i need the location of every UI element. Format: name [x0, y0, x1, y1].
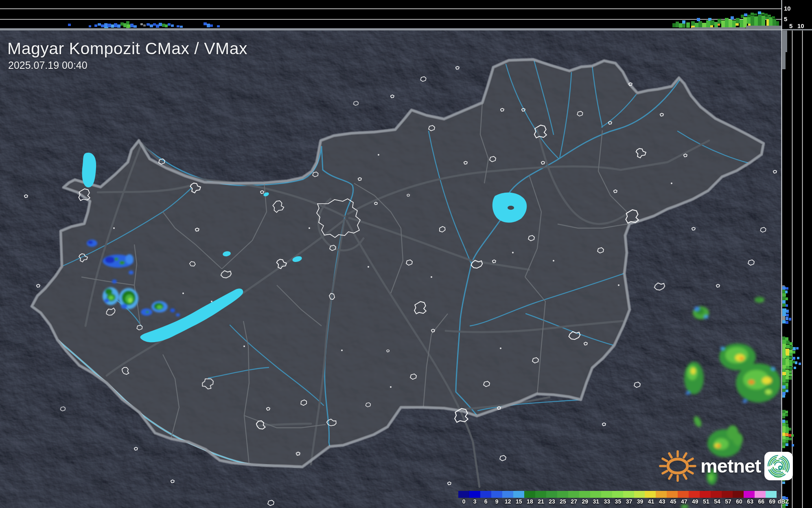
right-axis-tick-10km: 10 — [797, 22, 804, 29]
corner-panel — [781, 0, 812, 30]
legend-tick-21: 21 — [535, 498, 546, 505]
legend-seg-39 — [634, 491, 645, 498]
legend-tick-6: 6 — [480, 498, 491, 505]
legend-seg-15 — [513, 491, 524, 498]
timestamp: 2025.07.19 00:40 — [8, 59, 88, 71]
legend-tick-60: 60 — [734, 498, 745, 505]
legend-tick-25: 25 — [558, 498, 569, 505]
legend-seg-23 — [546, 491, 557, 498]
right-cross-section — [781, 30, 812, 508]
legend-tick-dBZ: dBZ — [778, 498, 789, 505]
legend-seg-6 — [480, 491, 491, 498]
legend-seg-45 — [667, 491, 678, 498]
legend-tick-0: 0 — [458, 498, 469, 505]
legend-tick-3: 3 — [469, 498, 480, 505]
legend-tick-69: 69 — [767, 498, 778, 505]
legend-tick-45: 45 — [668, 498, 678, 505]
legend-seg-0 — [458, 491, 469, 498]
legend-tick-39: 39 — [635, 498, 646, 505]
legend-tick-35: 35 — [613, 498, 624, 505]
legend-tick-15: 15 — [513, 498, 524, 505]
legend-tick-66: 66 — [756, 498, 767, 505]
legend-seg-37 — [623, 491, 634, 498]
legend-seg-60 — [733, 491, 744, 498]
legend-labels: 0369121518212325272931333537394143454749… — [458, 498, 789, 505]
legend-tick-27: 27 — [569, 498, 580, 505]
legend-tick-63: 63 — [745, 498, 756, 505]
legend-seg-35 — [612, 491, 623, 498]
sun-icon — [659, 446, 697, 485]
legend-tick-31: 31 — [591, 498, 602, 505]
dbz-legend: 0369121518212325272931333537394143454749… — [458, 491, 789, 505]
legend-seg-66 — [755, 491, 766, 498]
legend-tick-54: 54 — [711, 498, 722, 505]
legend-seg-54 — [711, 491, 722, 498]
legend-seg-29 — [579, 491, 590, 498]
legend-tick-33: 33 — [602, 498, 613, 505]
legend-seg-21 — [535, 491, 546, 498]
legend-tick-23: 23 — [547, 498, 558, 505]
logo-wordmark: metnet — [700, 455, 761, 477]
legend-swatches — [458, 491, 777, 498]
radar-app: Magyar Kompozit CMax / VMax 2025.07.19 0… — [0, 0, 812, 508]
legend-tick-49: 49 — [689, 498, 700, 505]
legend-seg-9 — [491, 491, 502, 498]
legend-seg-31 — [590, 491, 601, 498]
altitude-tick-10km: 10 — [784, 5, 791, 12]
legend-tick-51: 51 — [700, 498, 711, 505]
legend-tick-47: 47 — [678, 498, 689, 505]
legend-seg-18 — [524, 491, 535, 498]
legend-seg-27 — [568, 491, 579, 498]
legend-seg-57 — [722, 491, 733, 498]
map-region — [0, 30, 781, 508]
legend-seg-51 — [700, 491, 711, 498]
right-axis-tick-5km: 5 — [789, 22, 792, 29]
legend-tick-43: 43 — [657, 498, 668, 505]
legend-seg-63 — [744, 491, 755, 498]
legend-seg-41 — [645, 491, 656, 498]
legend-seg-3 — [469, 491, 480, 498]
legend-seg-69 — [766, 491, 777, 498]
metnet-logo: metnet — [659, 446, 793, 485]
legend-tick-29: 29 — [580, 498, 591, 505]
legend-seg-47 — [678, 491, 689, 498]
lake-tisza-island — [508, 206, 514, 210]
page-title: Magyar Kompozit CMax / VMax — [7, 39, 247, 58]
legend-tick-12: 12 — [502, 498, 513, 505]
altitude-tick-5km: 5 — [784, 15, 787, 22]
legend-tick-41: 41 — [646, 498, 657, 505]
legend-tick-37: 37 — [624, 498, 635, 505]
legend-seg-33 — [601, 491, 612, 498]
radar-spiral-app-icon — [764, 451, 793, 481]
radar-composite-canvas — [0, 0, 812, 508]
legend-seg-49 — [689, 491, 700, 498]
legend-tick-57: 57 — [723, 498, 734, 505]
legend-tick-18: 18 — [524, 498, 535, 505]
legend-seg-43 — [656, 491, 667, 498]
legend-seg-25 — [557, 491, 568, 498]
legend-seg-12 — [502, 491, 513, 498]
top-cross-section — [0, 0, 812, 30]
legend-tick-9: 9 — [491, 498, 502, 505]
